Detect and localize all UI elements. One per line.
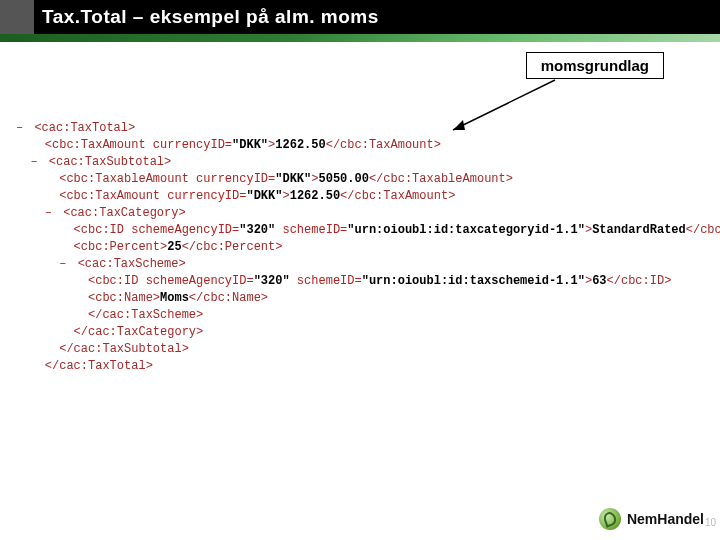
callout-label: momsgrundlag — [526, 52, 664, 79]
title-bar: Tax.Total – eksempel på alm. moms — [0, 0, 720, 34]
accent-bar — [0, 34, 720, 42]
page-title: Tax.Total – eksempel på alm. moms — [42, 6, 379, 28]
xml-code-block: – <cac:TaxTotal> <cbc:TaxAmount currency… — [16, 120, 704, 375]
title-square-icon — [0, 0, 34, 34]
page-number: 10 — [705, 517, 716, 528]
brand-logo-icon — [599, 508, 621, 530]
footer: NemHandel — [599, 508, 704, 530]
brand-name: NemHandel — [627, 511, 704, 527]
